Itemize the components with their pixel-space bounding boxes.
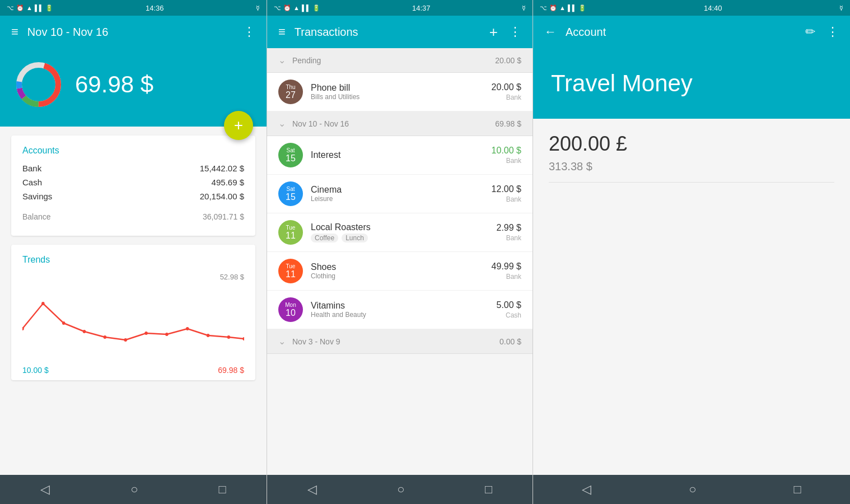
section-pending[interactable]: ⌄ Pending 20.00 $ — [267, 48, 533, 73]
back-nav-3[interactable]: ◁ — [571, 478, 603, 501]
svg-point-8 — [62, 321, 66, 325]
menu-icon-1[interactable]: ≡ — [9, 22, 21, 41]
chevron-nov10-16: ⌄ — [278, 118, 286, 129]
transaction-vitamins[interactable]: Mon 10 Vitamins Health and Beauty 5.00 $… — [267, 291, 533, 329]
account-savings-value: 20,154.00 $ — [200, 192, 244, 201]
toolbar-title-1: Nov 10 - Nov 16 — [27, 26, 234, 39]
svg-point-9 — [83, 330, 86, 333]
transaction-amount-block-roasters: 2.99 $ Bank — [497, 223, 521, 242]
transaction-info-shoes: Shoes Clothing — [311, 262, 484, 280]
toolbar-2: ≡ Transactions + ⋮ — [267, 16, 533, 48]
transaction-amount-block-shoes: 49.99 $ Bank — [492, 262, 521, 281]
transaction-amount-block-cinema: 12.00 $ Bank — [492, 184, 521, 203]
alarm-icon-2: ⏰ — [283, 4, 291, 12]
battery-icon-2: 🔋 — [312, 4, 320, 12]
chevron-nov3-9: ⌄ — [278, 336, 286, 347]
transaction-info-roasters: Local Roasters Coffee Lunch — [311, 222, 489, 242]
bottom-nav-3: ◁ ○ □ — [533, 475, 850, 504]
budget-amount: 69.98 $ — [75, 71, 153, 98]
section-nov10-title: Nov 10 - Nov 16 — [292, 119, 488, 128]
battery-icon: 🔋 — [45, 4, 53, 12]
svg-point-14 — [186, 327, 189, 330]
transaction-name-vitamins: Vitamins — [311, 301, 489, 311]
transaction-account-shoes: Bank — [492, 273, 521, 281]
transaction-cinema[interactable]: Sat 15 Cinema Leisure 12.00 $ Bank — [267, 175, 533, 213]
transaction-name-phone-bill: Phone bill — [311, 83, 484, 93]
status-bar-2: ⌥ ⏰ ▲ ▌▌ 🔋 14:37 ☿ — [267, 0, 533, 16]
status-bar-3: ⌥ ⏰ ▲ ▌▌ 🔋 14:40 ☿ — [533, 0, 850, 16]
recents-nav-3[interactable]: □ — [783, 478, 812, 501]
transaction-shoes[interactable]: Tue 11 Shoes Clothing 49.99 $ Bank — [267, 252, 533, 291]
account-panel: ⌥ ⏰ ▲ ▌▌ 🔋 14:40 ☿ ← Account ✏ ⋮ Travel … — [533, 0, 850, 504]
accounts-card: Accounts Bank 15,442.02 $ Cash 495.69 $ … — [11, 136, 255, 236]
budget-panel: ⌥ ⏰ ▲ ▌▌ 🔋 14:36 ☿ ≡ Nov 10 - Nov 16 ⋮ — [0, 0, 267, 504]
wifi-icon-2: ▲ — [293, 4, 300, 11]
add-icon-2[interactable]: + — [487, 21, 500, 43]
account-savings: Savings 20,154.00 $ — [22, 192, 244, 201]
account-cash-value: 495.69 $ — [212, 178, 244, 187]
day-name-sat2: Sat — [286, 186, 295, 192]
bottom-nav-1: ◁ ○ □ — [0, 475, 267, 504]
wifi-icon: ▲ — [26, 4, 32, 11]
trends-chart: 52.98 $ — [22, 273, 244, 362]
svg-point-17 — [242, 337, 244, 340]
edit-icon-3[interactable]: ✏ — [803, 22, 818, 41]
back-icon-3[interactable]: ← — [542, 22, 559, 41]
transaction-info-interest: Interest — [311, 150, 484, 160]
transaction-account-phone-bill: Bank — [492, 94, 521, 101]
wifi-icon-3: ▲ — [559, 4, 566, 11]
recents-nav-1[interactable]: □ — [208, 478, 237, 501]
home-nav-2[interactable]: ○ — [386, 478, 415, 501]
account-title: Travel Money — [551, 71, 832, 96]
section-nov3-amount: 0.00 $ — [499, 337, 521, 346]
time-3: 14:40 — [704, 4, 722, 12]
day-badge-mon10: Mon 10 — [278, 297, 303, 322]
status-icons-left-2: ⌥ ⏰ ▲ ▌▌ 🔋 — [274, 4, 320, 12]
account-cash-label: Cash — [22, 178, 42, 187]
day-num-10: 10 — [286, 308, 296, 318]
android-icon: ☿ — [256, 4, 260, 12]
bottom-nav-2: ◁ ○ □ — [267, 475, 533, 504]
back-nav-1[interactable]: ◁ — [29, 478, 61, 501]
account-savings-label: Savings — [22, 192, 52, 201]
svg-point-11 — [124, 338, 127, 342]
day-name-tue1: Tue — [286, 225, 296, 231]
trend-max-label: 52.98 $ — [220, 273, 244, 281]
day-badge-tue11-1: Tue 11 — [278, 220, 303, 245]
recents-nav-2[interactable]: □ — [474, 478, 503, 501]
transaction-amount-interest: 10.00 $ — [492, 146, 521, 156]
transaction-local-roasters[interactable]: Tue 11 Local Roasters Coffee Lunch 2.99 … — [267, 213, 533, 252]
toolbar-1: ≡ Nov 10 - Nov 16 ⋮ — [0, 16, 267, 48]
transaction-name-cinema: Cinema — [311, 185, 484, 195]
day-badge-sat15-2: Sat 15 — [278, 181, 303, 206]
svg-point-15 — [207, 334, 210, 337]
section-pending-title: Pending — [292, 56, 488, 65]
more-icon-2[interactable]: ⋮ — [507, 22, 524, 41]
day-name-sat1: Sat — [286, 147, 295, 153]
alarm-icon: ⏰ — [16, 4, 24, 12]
home-nav-3[interactable]: ○ — [678, 478, 707, 501]
transaction-info-cinema: Cinema Leisure — [311, 185, 484, 203]
transaction-phone-bill[interactable]: Thu 27 Phone bill Bills and Utilities 20… — [267, 73, 533, 111]
status-icons-right-2: ☿ — [522, 4, 526, 12]
transaction-name-interest: Interest — [311, 150, 484, 160]
trends-title: Trends — [22, 255, 244, 265]
fab-button[interactable]: + — [224, 111, 253, 140]
transaction-interest[interactable]: Sat 15 Interest 10.00 $ Bank — [267, 136, 533, 175]
home-nav-1[interactable]: ○ — [119, 478, 149, 501]
more-icon-1[interactable]: ⋮ — [241, 22, 258, 41]
status-icons-left-1: ⌥ ⏰ ▲ ▌▌ 🔋 — [7, 4, 53, 12]
day-num-11-2: 11 — [286, 269, 296, 279]
menu-icon-2[interactable]: ≡ — [276, 22, 288, 41]
budget-header: 69.98 $ + — [0, 48, 267, 127]
back-nav-2[interactable]: ◁ — [296, 478, 328, 501]
section-nov3-9[interactable]: ⌄ Nov 3 - Nov 9 0.00 $ — [267, 329, 533, 354]
bluetooth-icon-3: ⌥ — [540, 4, 547, 12]
account-bank-label: Bank — [22, 164, 41, 173]
more-icon-3[interactable]: ⋮ — [824, 22, 841, 41]
android-icon-3: ☿ — [839, 4, 843, 12]
balance-value: 36,091.71 $ — [203, 212, 244, 221]
section-nov10-16[interactable]: ⌄ Nov 10 - Nov 16 69.98 $ — [267, 111, 533, 136]
day-badge-sat15-1: Sat 15 — [278, 143, 303, 167]
day-name-thu: Thu — [286, 84, 295, 90]
